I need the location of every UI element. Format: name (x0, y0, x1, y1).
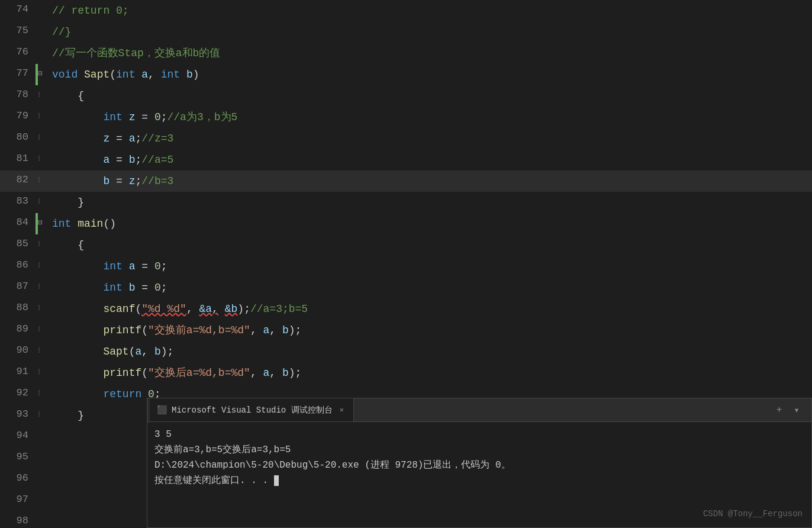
line-num-90: 90 (0, 341, 36, 362)
line-num-97: 97 (0, 490, 36, 511)
editor-area: 74 // return 0; 75 //} 76 //写一个函数Stap，交换… (0, 0, 812, 528)
line-num-74: 74 (0, 0, 36, 21)
code-line-91: 91 ⁞ printf("交换后a=%d,b=%d", a, b); (0, 362, 812, 384)
fold-gutter-89: ⁞ (38, 320, 50, 341)
fold-gutter-79: ⁞ (38, 107, 50, 128)
line-num-79: 79 (0, 107, 36, 128)
terminal-output-line3: D:\2024\champion\5-20\Debug\5-20.exe (进程… (154, 458, 804, 473)
line-num-86: 86 (0, 256, 36, 277)
code-line-87: 87 ⁞ int b = 0; (0, 277, 812, 298)
code-line-88: 88 ⁞ scanf("%d %d", &a, &b);//a=3;b=5 (0, 298, 812, 320)
line-num-91: 91 (0, 362, 36, 384)
code-content-76: //写一个函数Stap，交换a和b的值 (50, 43, 812, 64)
code-content-87: int b = 0; (50, 277, 812, 298)
fold-gutter-76 (38, 43, 50, 64)
code-content-83: } (50, 192, 812, 213)
code-line-76: 76 //写一个函数Stap，交换a和b的值 (0, 43, 812, 64)
line-num-84: 84 (0, 213, 36, 234)
terminal-tab-close-btn[interactable]: ✕ (337, 404, 346, 416)
line-num-80: 80 (0, 128, 36, 149)
line-num-81: 81 (0, 149, 36, 170)
fold-gutter-92: ⁞ (38, 384, 50, 405)
code-content-77: void Sapt(int a, int b) (50, 64, 812, 85)
terminal-tab-label: Microsoft Visual Studio 调试控制台 (172, 405, 333, 416)
fold-btn-77[interactable]: ⊟ (38, 69, 43, 78)
fold-gutter-81: ⁞ (38, 149, 50, 170)
code-content-82: b = z;//b=3 (50, 170, 812, 192)
code-content-81: a = b;//a=5 (50, 149, 812, 170)
code-content-74: // return 0; (50, 0, 812, 21)
code-content-85: { (50, 234, 812, 256)
terminal-cursor (274, 475, 279, 486)
line-num-83: 83 (0, 192, 36, 213)
line-num-96: 96 (0, 469, 36, 490)
code-content-90: Sapt(a, b); (50, 341, 812, 362)
terminal-add-btn[interactable]: + (772, 403, 787, 418)
terminal-panel: ⬛ Microsoft Visual Studio 调试控制台 ✕ + ▾ 3 … (147, 398, 812, 528)
terminal-output-line4: 按任意键关闭此窗口. . . (154, 473, 804, 488)
csdn-watermark: CSDN @Tony__Ferguson (703, 509, 803, 519)
code-line-86: 86 ⁞ int a = 0; (0, 256, 812, 277)
fold-gutter-87: ⁞ (38, 277, 50, 298)
line-num-75: 75 (0, 21, 36, 43)
code-content-86: int a = 0; (50, 256, 812, 277)
line-num-88: 88 (0, 298, 36, 320)
code-content-91: printf("交换后a=%d,b=%d", a, b); (50, 362, 812, 384)
code-line-83: 83 ⁞ } (0, 192, 812, 213)
line-num-76: 76 (0, 43, 36, 64)
fold-btn-84[interactable]: ⊟ (38, 218, 43, 227)
code-line-77: 77 ⊟ void Sapt(int a, int b) (0, 64, 812, 85)
line-num-92: 92 (0, 384, 36, 405)
code-line-80: 80 ⁞ z = a;//z=3 (0, 128, 812, 149)
code-line-81: 81 ⁞ a = b;//a=5 (0, 149, 812, 170)
line-num-77: 77 (0, 64, 36, 85)
fold-gutter-77[interactable]: ⊟ (38, 64, 50, 85)
line-num-93: 93 (0, 405, 36, 426)
code-line-79: 79 ⁞ int z = 0;//a为3，b为5 (0, 107, 812, 128)
fold-gutter-75 (38, 21, 50, 43)
fold-gutter-80: ⁞ (38, 128, 50, 149)
code-line-90: 90 ⁞ Sapt(a, b); (0, 341, 812, 362)
code-content-79: int z = 0;//a为3，b为5 (50, 107, 812, 128)
code-content-78: { (50, 85, 812, 107)
fold-gutter-88: ⁞ (38, 298, 50, 320)
code-line-82: 82 ⁞ b = z;//b=3 (0, 170, 812, 192)
terminal-tab-bar: ⬛ Microsoft Visual Studio 调试控制台 ✕ + ▾ (147, 398, 811, 422)
line-num-95: 95 (0, 447, 36, 469)
terminal-tab-icon: ⬛ (157, 405, 167, 415)
code-line-78: 78 ⁞ { (0, 85, 812, 107)
code-content-75: //} (50, 21, 812, 43)
fold-gutter-84[interactable]: ⊟ (38, 213, 50, 234)
code-line-74: 74 // return 0; (0, 0, 812, 21)
line-num-78: 78 (0, 85, 36, 107)
line-num-85: 85 (0, 234, 36, 256)
code-line-84: 84 ⊟ int main() (0, 213, 812, 234)
fold-gutter-82: ⁞ (38, 170, 50, 192)
code-line-75: 75 //} (0, 21, 812, 43)
fold-gutter-85: ⁞ (38, 234, 50, 256)
code-line-89: 89 ⁞ printf("交换前a=%d,b=%d", a, b); (0, 320, 812, 341)
terminal-output-line1: 3 5 (154, 427, 804, 442)
code-content-89: printf("交换前a=%d,b=%d", a, b); (50, 320, 812, 341)
fold-gutter-90: ⁞ (38, 341, 50, 362)
terminal-dropdown-btn[interactable]: ▾ (789, 402, 804, 418)
terminal-toolbar: + ▾ (772, 402, 809, 418)
fold-gutter-86: ⁞ (38, 256, 50, 277)
line-num-82: 82 (0, 170, 36, 192)
fold-gutter-74 (38, 0, 50, 21)
line-num-89: 89 (0, 320, 36, 341)
terminal-output-line2: 交换前a=3,b=5交换后a=3,b=5 (154, 442, 804, 458)
code-content-88: scanf("%d %d", &a, &b);//a=3;b=5 (50, 298, 812, 320)
fold-gutter-91: ⁞ (38, 362, 50, 384)
line-num-98: 98 (0, 511, 36, 528)
code-line-85: 85 ⁞ { (0, 234, 812, 256)
line-num-87: 87 (0, 277, 36, 298)
terminal-tab[interactable]: ⬛ Microsoft Visual Studio 调试控制台 ✕ (150, 398, 354, 421)
code-content-84: int main() (50, 213, 812, 234)
line-num-94: 94 (0, 426, 36, 447)
fold-gutter-78: ⁞ (38, 85, 50, 107)
fold-gutter-83: ⁞ (38, 192, 50, 213)
code-content-80: z = a;//z=3 (50, 128, 812, 149)
fold-gutter-93: ⁞ (38, 405, 50, 426)
